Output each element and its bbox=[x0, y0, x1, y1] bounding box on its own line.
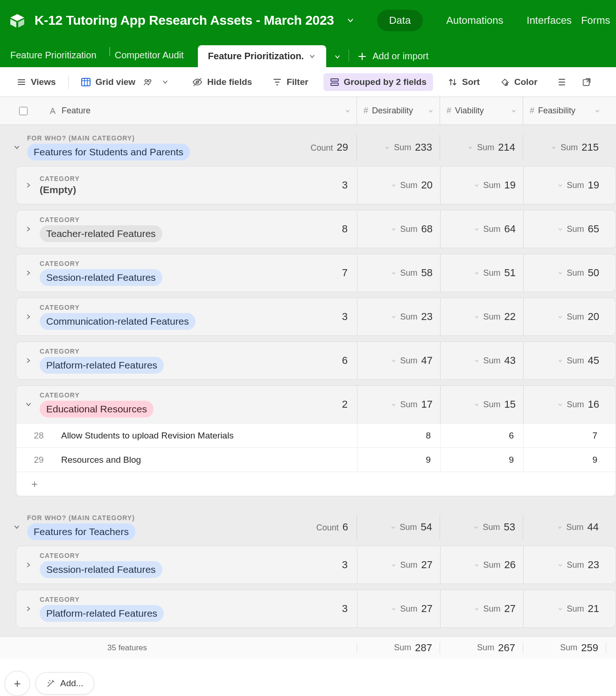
sum-viability[interactable]: Sum 26 bbox=[441, 546, 524, 584]
sum-viability[interactable]: Sum 27 bbox=[441, 590, 524, 627]
sum-desirability[interactable]: Sum 233 bbox=[357, 134, 440, 160]
chevron-down-icon[interactable] bbox=[308, 53, 316, 60]
sum-desirability[interactable]: Sum 23 bbox=[357, 298, 441, 335]
chevron-right-icon[interactable] bbox=[25, 225, 32, 233]
subgroup-header[interactable]: CATEGORY Platform-related Features 3 Sum… bbox=[16, 590, 616, 627]
subgroup-header[interactable]: CATEGORY Teacher-related Features 8 Sum … bbox=[16, 210, 616, 248]
sum-desirability[interactable]: Sum 68 bbox=[357, 210, 441, 248]
chevron-right-icon[interactable] bbox=[25, 313, 32, 320]
chevron-down-icon[interactable] bbox=[511, 108, 517, 114]
sum-feasibility[interactable]: Sum 45 bbox=[524, 342, 607, 379]
row-feasibility[interactable]: 7 bbox=[524, 424, 607, 447]
color-button[interactable]: Color bbox=[495, 73, 542, 91]
add-or-import[interactable]: Add or import bbox=[349, 51, 428, 67]
column-viability[interactable]: # Viability bbox=[440, 97, 523, 125]
filter-button[interactable]: Filter bbox=[268, 73, 313, 91]
tab-overflow-chevron[interactable] bbox=[326, 49, 349, 67]
subgroup-header[interactable]: CATEGORY Session-related Features 7 Sum … bbox=[16, 254, 616, 292]
sum-viability[interactable]: Sum 214 bbox=[440, 134, 523, 160]
sum-desirability[interactable]: Sum 20 bbox=[357, 167, 441, 204]
subgroup-header[interactable]: CATEGORY (Empty) 3 Sum 20 Sum 19 Sum 19 bbox=[16, 167, 616, 204]
sum-desirability[interactable]: Sum 47 bbox=[357, 342, 441, 379]
sum-desirability[interactable]: Sum 17 bbox=[357, 386, 441, 423]
chevron-down-icon[interactable] bbox=[161, 78, 169, 86]
chevron-right-icon[interactable] bbox=[25, 561, 32, 569]
nav-automations[interactable]: Automations bbox=[446, 14, 503, 27]
sum-viability[interactable]: Sum 19 bbox=[441, 167, 524, 204]
chevron-right-icon[interactable] bbox=[25, 357, 32, 364]
nav-forms[interactable]: Forms bbox=[581, 14, 610, 27]
chevron-down-icon[interactable] bbox=[13, 144, 21, 151]
share-view-button[interactable] bbox=[577, 73, 596, 91]
row-feature[interactable]: Allow Students to upload Revision Materi… bbox=[61, 424, 357, 447]
main-group-count[interactable]: Count 29 bbox=[310, 141, 348, 153]
row-feasibility[interactable]: 9 bbox=[524, 448, 607, 472]
views-button[interactable]: Views bbox=[12, 73, 61, 91]
row-desirability[interactable]: 8 bbox=[357, 424, 441, 447]
sum-feasibility[interactable]: Sum 21 bbox=[524, 590, 607, 627]
sum-feasibility[interactable]: Sum 50 bbox=[524, 254, 607, 292]
chevron-down-icon[interactable] bbox=[344, 108, 351, 114]
subgroup-header[interactable]: CATEGORY Platform-related Features 6 Sum… bbox=[16, 342, 616, 379]
chevron-right-icon[interactable] bbox=[25, 181, 32, 189]
sort-button[interactable]: Sort bbox=[443, 73, 484, 91]
row-desirability[interactable]: 9 bbox=[357, 448, 441, 472]
sum-feasibility[interactable]: Sum 23 bbox=[524, 546, 607, 584]
add-row-button[interactable]: + bbox=[16, 472, 616, 496]
chevron-right-icon[interactable] bbox=[25, 269, 32, 277]
sum-desirability[interactable]: Sum 27 bbox=[357, 546, 441, 584]
footer-sum-desirability[interactable]: Sum 287 bbox=[357, 642, 440, 654]
chevron-down-icon[interactable] bbox=[594, 108, 601, 114]
sum-viability[interactable]: Sum 53 bbox=[440, 514, 523, 540]
people-icon[interactable] bbox=[143, 77, 153, 87]
sum-feasibility[interactable]: Sum 215 bbox=[523, 134, 606, 160]
tab-feature-prioritization[interactable]: Feature Prioritization bbox=[10, 45, 105, 67]
chevron-down-icon[interactable] bbox=[427, 108, 434, 114]
sum-viability[interactable]: Sum 22 bbox=[441, 298, 524, 335]
sum-feasibility[interactable]: Sum 44 bbox=[523, 514, 606, 540]
sum-feasibility[interactable]: Sum 16 bbox=[524, 386, 607, 423]
sum-viability[interactable]: Sum 43 bbox=[441, 342, 524, 379]
sum-viability[interactable]: Sum 64 bbox=[441, 210, 524, 248]
sum-viability[interactable]: Sum 15 bbox=[441, 386, 524, 423]
base-title[interactable]: K-12 Tutoring App Research Assets - Marc… bbox=[35, 13, 334, 28]
column-desirability[interactable]: # Desirability bbox=[357, 97, 440, 125]
sum-desirability[interactable]: Sum 58 bbox=[357, 254, 441, 292]
table-row[interactable]: 28 Allow Students to upload Revision Mat… bbox=[16, 423, 616, 447]
footer-sum-feasibility[interactable]: Sum 259 bbox=[523, 642, 606, 654]
main-group-header[interactable]: FOR WHO? (MAIN CATEGORY) Features for St… bbox=[0, 134, 616, 160]
footer-sum-viability[interactable]: Sum 267 bbox=[440, 642, 523, 654]
subgroup-header[interactable]: CATEGORY Educational Resources 2 Sum 17 … bbox=[16, 386, 616, 423]
chevron-down-icon[interactable] bbox=[13, 523, 21, 531]
nav-data[interactable]: Data bbox=[377, 10, 423, 31]
hide-fields-button[interactable]: Hide fields bbox=[188, 73, 257, 91]
chevron-down-icon[interactable] bbox=[25, 401, 32, 408]
grouped-by-chip[interactable]: Grouped by 2 fields bbox=[323, 73, 433, 91]
tab-active-feature-prioritization[interactable]: Feature Prioritization. bbox=[198, 45, 327, 67]
column-feature[interactable]: Feature bbox=[47, 97, 357, 125]
chevron-right-icon[interactable] bbox=[25, 605, 32, 612]
sum-feasibility[interactable]: Sum 19 bbox=[524, 167, 607, 204]
main-group-count[interactable]: Count 6 bbox=[316, 521, 348, 533]
column-feasibility[interactable]: # Feasibility bbox=[523, 97, 606, 125]
tab-competitor-audit[interactable]: Competitor Audit bbox=[115, 45, 192, 67]
select-all-input[interactable] bbox=[19, 107, 28, 115]
sum-desirability[interactable]: Sum 27 bbox=[357, 590, 441, 627]
subgroup-header[interactable]: CATEGORY Session-related Features 3 Sum … bbox=[16, 546, 616, 584]
row-feature[interactable]: Resources and Blog bbox=[61, 448, 357, 472]
subgroup-header[interactable]: CATEGORY Communication-related Features … bbox=[16, 298, 616, 335]
footer-row-count[interactable]: 35 features bbox=[0, 643, 357, 653]
row-height-button[interactable] bbox=[553, 74, 571, 90]
nav-interfaces[interactable]: Interfaces bbox=[527, 14, 572, 27]
main-group-header[interactable]: FOR WHO? (MAIN CATEGORY) Features for Te… bbox=[0, 514, 616, 540]
select-all-checkbox[interactable] bbox=[0, 97, 47, 125]
sum-feasibility[interactable]: Sum 20 bbox=[524, 298, 607, 335]
base-title-chevron-icon[interactable] bbox=[346, 16, 355, 25]
row-viability[interactable]: 9 bbox=[441, 448, 524, 472]
sum-desirability[interactable]: Sum 54 bbox=[357, 514, 440, 540]
table-row[interactable]: 29 Resources and Blog 9 9 9 bbox=[16, 447, 616, 472]
sum-feasibility[interactable]: Sum 65 bbox=[524, 210, 607, 248]
sum-viability[interactable]: Sum 51 bbox=[441, 254, 524, 292]
row-viability[interactable]: 6 bbox=[441, 424, 524, 447]
grid-view-button[interactable]: Grid view bbox=[76, 73, 174, 91]
